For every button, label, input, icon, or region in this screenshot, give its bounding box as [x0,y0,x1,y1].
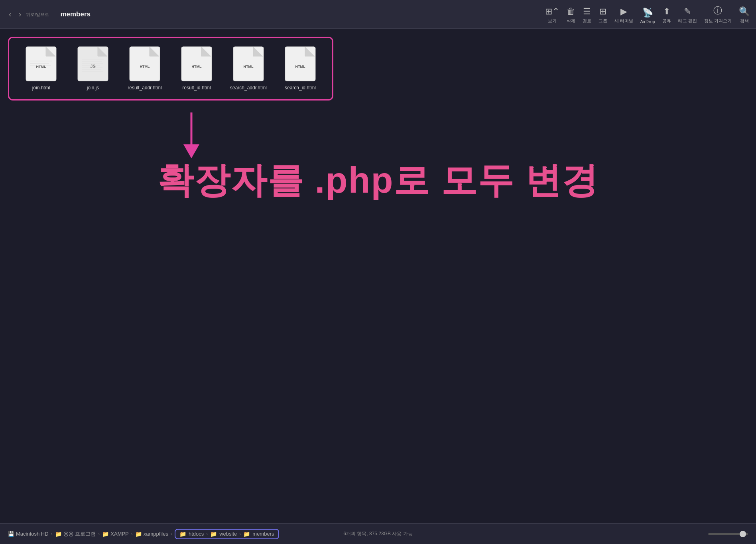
group-action[interactable]: ⊞ 그룹 [598,6,607,24]
breadcrumb-apps-label: 응용 프로그램 [63,530,96,538]
svg-rect-25 [181,47,212,81]
svg-rect-30 [233,47,264,81]
bottom-bar: 💾 Macintosh HD › 📁 응용 프로그램 › 📁 XAMPP › 📁… [0,523,756,544]
sep1: › [51,531,53,537]
folder-icon-xamppfiles: 📁 [135,531,142,537]
svg-rect-0 [26,47,56,81]
disk-icon: 💾 [8,531,14,537]
nav-buttons: ‹ › 뒤로/앞으로 [6,8,49,20]
size-slider[interactable] [708,533,748,535]
info-label: 정보 가져오기 [704,18,732,24]
sep5: › [206,531,208,537]
breadcrumb-apps[interactable]: 📁 응용 프로그램 [55,530,96,538]
breadcrumb-macintosh[interactable]: 💾 Macintosh HD [8,531,49,537]
svg-text:HTML: HTML [244,65,254,69]
files-container: HTML join.html JS [8,37,333,101]
file-icon-join-html: HTML [25,46,57,82]
file-join-html[interactable]: HTML join.html [21,46,61,91]
search-icon: 🔍 [739,6,750,17]
toolbar: ‹ › 뒤로/앞으로 members ⊞⌃ 보기 🗑 삭제 ☰ 경로 ⊞ 그룹 … [0,0,756,29]
slider-thumb[interactable] [740,531,746,537]
breadcrumb-website-label[interactable]: website [219,531,237,537]
file-icon-result-id: HTML [181,46,213,82]
svg-text:HTML: HTML [295,65,305,69]
breadcrumb-xamppfiles[interactable]: 📁 xamppfiles [135,531,168,537]
file-result-id[interactable]: HTML result_id.html [177,46,217,91]
folder-icon-members: 📁 [243,531,250,537]
file-icon-result-addr: HTML [129,46,161,82]
file-name-result-addr: result_addr.html [128,85,161,91]
delete-action[interactable]: 🗑 삭제 [567,6,575,24]
breadcrumb-xampp[interactable]: 📁 XAMPP [102,531,129,537]
share-icon: ⬆ [663,6,670,17]
folder-title: members [60,10,91,18]
file-name-join-js: join.js [87,85,99,91]
info-action[interactable]: ⓘ 정보 가져오기 [704,5,732,24]
svg-text:HTML: HTML [140,65,150,69]
svg-rect-20 [130,47,160,81]
share-action[interactable]: ⬆ 공유 [662,6,671,24]
folder-icon-website: 📁 [210,531,217,537]
folder-icon-apps: 📁 [55,531,62,537]
group-label: 그룹 [598,18,607,24]
view-label: 보기 [548,18,557,24]
view-icon: ⊞⌃ [545,6,559,17]
airdrop-action[interactable]: 📡 AirDrop [640,8,655,24]
folder-icon-htdocs: 📁 [179,531,186,537]
file-search-id[interactable]: HTML search_id.html [280,46,320,91]
breadcrumb-xamppfiles-label: xamppfiles [144,531,168,537]
terminal-label: 새 터미널 [614,18,633,24]
breadcrumb-members-label[interactable]: members [252,531,274,537]
breadcrumb-htdocs-label[interactable]: htdocs [189,531,204,537]
breadcrumb-xampp-label: XAMPP [110,531,129,537]
file-icon-search-addr: HTML [232,46,264,82]
breadcrumb-macintosh-label: Macintosh HD [16,531,49,537]
file-name-search-addr: search_addr.html [230,85,267,91]
folder-icon-xampp: 📁 [102,531,109,537]
slider-track [708,533,748,535]
file-name-search-id: search_id.html [285,85,316,91]
path-action[interactable]: ☰ 경로 [583,6,591,24]
terminal-icon: ▶ [620,6,627,17]
path-icon: ☰ [583,6,591,17]
search-label: 검색 [740,18,749,24]
terminal-action[interactable]: ▶ 새 터미널 [614,6,633,24]
group-icon: ⊞ [599,6,606,17]
airdrop-icon: 📡 [642,8,653,18]
sep3: › [131,531,133,537]
file-name-result-id: result_id.html [182,85,211,91]
view-action[interactable]: ⊞⌃ 보기 [545,6,559,24]
breadcrumb-highlight: 📁 htdocs › 📁 website › 📁 members [175,529,279,539]
file-icon-join-js: JS [77,46,109,82]
sep6: › [239,531,241,537]
path-label: 경로 [583,18,591,24]
svg-rect-35 [285,47,315,81]
nav-label: 뒤로/앞으로 [26,12,49,18]
airdrop-label: AirDrop [640,19,655,24]
svg-text:HTML: HTML [36,65,46,69]
file-icon-search-id: HTML [284,46,316,82]
toolbar-actions: ⊞⌃ 보기 🗑 삭제 ☰ 경로 ⊞ 그룹 ▶ 새 터미널 📡 AirDrop ⬆… [545,5,750,24]
back-button[interactable]: ‹ [6,8,14,20]
instruction-container: 확장자를 .php로 모두 변경 [8,152,748,205]
file-search-addr[interactable]: HTML search_addr.html [228,46,268,91]
file-name-join-html: join.html [32,85,50,91]
status-text: 6개의 항목, 875.23GB 사용 가능 [343,530,412,537]
forward-button[interactable]: › [16,8,24,20]
main-content: HTML join.html JS [0,29,756,523]
file-join-js[interactable]: JS join.js [73,46,113,91]
share-label: 공유 [662,18,671,24]
delete-icon: 🗑 [567,6,575,17]
tag-icon: ✎ [684,6,691,17]
file-result-addr[interactable]: HTML result_addr.html [125,46,165,91]
search-action[interactable]: 🔍 검색 [739,6,750,24]
delete-label: 삭제 [567,18,575,24]
info-icon: ⓘ [713,5,722,17]
tag-action[interactable]: ✎ 태그 편집 [678,6,697,24]
svg-text:HTML: HTML [192,65,202,69]
sep2: › [98,531,100,537]
annotation-area: 확장자를 .php로 모두 변경 [8,101,748,515]
tag-label: 태그 편집 [678,18,697,24]
sep4: › [171,531,172,537]
instruction-text: 확장자를 .php로 모두 변경 [8,156,748,205]
